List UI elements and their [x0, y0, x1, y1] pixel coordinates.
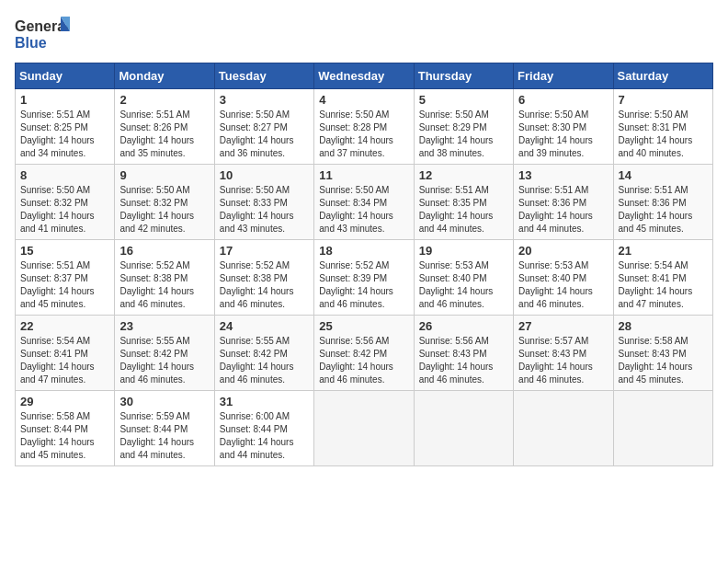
day-info: Sunrise: 5:58 AM Sunset: 8:43 PM Dayligh… [619, 335, 708, 386]
day-info: Sunrise: 5:51 AM Sunset: 8:26 PM Dayligh… [119, 109, 209, 160]
column-header-monday: Monday [115, 63, 214, 89]
week-row-4: 22Sunrise: 5:54 AM Sunset: 8:41 PM Dayli… [16, 316, 713, 391]
day-info: Sunrise: 5:51 AM Sunset: 8:35 PM Dayligh… [419, 184, 508, 236]
day-cell-5: 5Sunrise: 5:50 AM Sunset: 8:29 PM Daylig… [414, 89, 513, 165]
day-info: Sunrise: 5:51 AM Sunset: 8:36 PM Dayligh… [619, 184, 708, 236]
day-cell-4: 4Sunrise: 5:50 AM Sunset: 8:28 PM Daylig… [314, 89, 414, 165]
svg-text:Blue: Blue [15, 35, 47, 51]
day-cell-29: 29Sunrise: 5:58 AM Sunset: 8:44 PM Dayli… [16, 391, 115, 466]
day-number: 25 [319, 319, 408, 333]
column-header-wednesday: Wednesday [314, 63, 414, 89]
day-cell-11: 11Sunrise: 5:50 AM Sunset: 8:34 PM Dayli… [314, 165, 414, 240]
day-cell-21: 21Sunrise: 5:54 AM Sunset: 8:41 PM Dayli… [613, 240, 712, 316]
day-number: 28 [619, 319, 708, 333]
day-number: 21 [619, 244, 708, 258]
day-info: Sunrise: 5:51 AM Sunset: 8:25 PM Dayligh… [20, 109, 109, 160]
day-info: Sunrise: 5:56 AM Sunset: 8:43 PM Dayligh… [419, 335, 508, 386]
day-number: 30 [119, 395, 209, 408]
day-number: 26 [419, 319, 508, 333]
day-info: Sunrise: 5:57 AM Sunset: 8:43 PM Dayligh… [518, 335, 608, 386]
day-info: Sunrise: 5:51 AM Sunset: 8:37 PM Dayligh… [20, 259, 109, 311]
day-info: Sunrise: 5:50 AM Sunset: 8:28 PM Dayligh… [319, 109, 408, 160]
day-info: Sunrise: 5:50 AM Sunset: 8:32 PM Dayligh… [119, 184, 209, 236]
day-info: Sunrise: 6:00 AM Sunset: 8:44 PM Dayligh… [220, 410, 309, 462]
day-cell-22: 22Sunrise: 5:54 AM Sunset: 8:41 PM Dayli… [16, 316, 115, 391]
day-number: 17 [220, 244, 309, 258]
day-number: 22 [20, 319, 109, 333]
day-number: 10 [220, 168, 309, 182]
day-number: 20 [518, 244, 608, 258]
column-header-saturday: Saturday [613, 63, 712, 89]
day-info: Sunrise: 5:51 AM Sunset: 8:36 PM Dayligh… [518, 184, 608, 236]
day-cell-8: 8Sunrise: 5:50 AM Sunset: 8:32 PM Daylig… [16, 165, 115, 240]
day-info: Sunrise: 5:53 AM Sunset: 8:40 PM Dayligh… [419, 259, 508, 311]
logo-svg: GeneralBlue [15, 15, 70, 53]
day-number: 9 [119, 168, 209, 182]
day-info: Sunrise: 5:54 AM Sunset: 8:41 PM Dayligh… [619, 259, 708, 311]
day-cell-31: 31Sunrise: 6:00 AM Sunset: 8:44 PM Dayli… [214, 391, 313, 466]
day-number: 13 [518, 168, 608, 182]
column-header-thursday: Thursday [414, 63, 513, 89]
calendar-table: SundayMondayTuesdayWednesdayThursdayFrid… [15, 63, 713, 466]
day-cell-16: 16Sunrise: 5:52 AM Sunset: 8:38 PM Dayli… [115, 240, 214, 316]
day-info: Sunrise: 5:50 AM Sunset: 8:27 PM Dayligh… [220, 109, 309, 160]
day-info: Sunrise: 5:56 AM Sunset: 8:42 PM Dayligh… [319, 335, 408, 386]
day-info: Sunrise: 5:50 AM Sunset: 8:33 PM Dayligh… [220, 184, 309, 236]
week-row-1: 1Sunrise: 5:51 AM Sunset: 8:25 PM Daylig… [16, 89, 713, 165]
day-cell-3: 3Sunrise: 5:50 AM Sunset: 8:27 PM Daylig… [214, 89, 313, 165]
day-number: 1 [20, 93, 109, 107]
day-cell-20: 20Sunrise: 5:53 AM Sunset: 8:40 PM Dayli… [514, 240, 613, 316]
day-info: Sunrise: 5:53 AM Sunset: 8:40 PM Dayligh… [518, 259, 608, 311]
day-cell-10: 10Sunrise: 5:50 AM Sunset: 8:33 PM Dayli… [214, 165, 313, 240]
day-number: 6 [518, 93, 608, 107]
day-info: Sunrise: 5:55 AM Sunset: 8:42 PM Dayligh… [119, 335, 209, 386]
day-number: 29 [20, 395, 109, 408]
logo: GeneralBlue [15, 15, 70, 53]
week-row-3: 15Sunrise: 5:51 AM Sunset: 8:37 PM Dayli… [16, 240, 713, 316]
header-row: SundayMondayTuesdayWednesdayThursdayFrid… [16, 63, 713, 89]
day-cell-12: 12Sunrise: 5:51 AM Sunset: 8:35 PM Dayli… [414, 165, 513, 240]
day-cell-30: 30Sunrise: 5:59 AM Sunset: 8:44 PM Dayli… [115, 391, 214, 466]
day-number: 11 [319, 168, 408, 182]
day-number: 4 [319, 93, 408, 107]
day-info: Sunrise: 5:50 AM Sunset: 8:31 PM Dayligh… [619, 109, 708, 160]
column-header-tuesday: Tuesday [214, 63, 313, 89]
day-number: 14 [619, 168, 708, 182]
day-cell-19: 19Sunrise: 5:53 AM Sunset: 8:40 PM Dayli… [414, 240, 513, 316]
day-cell-6: 6Sunrise: 5:50 AM Sunset: 8:30 PM Daylig… [514, 89, 613, 165]
day-number: 18 [319, 244, 408, 258]
day-cell-23: 23Sunrise: 5:55 AM Sunset: 8:42 PM Dayli… [115, 316, 214, 391]
day-info: Sunrise: 5:55 AM Sunset: 8:42 PM Dayligh… [220, 335, 309, 386]
day-info: Sunrise: 5:50 AM Sunset: 8:34 PM Dayligh… [319, 184, 408, 236]
day-number: 31 [220, 395, 309, 408]
empty-cell [414, 391, 513, 466]
day-info: Sunrise: 5:52 AM Sunset: 8:38 PM Dayligh… [220, 259, 309, 311]
day-cell-1: 1Sunrise: 5:51 AM Sunset: 8:25 PM Daylig… [16, 89, 115, 165]
day-number: 23 [119, 319, 209, 333]
day-number: 15 [20, 244, 109, 258]
day-cell-26: 26Sunrise: 5:56 AM Sunset: 8:43 PM Dayli… [414, 316, 513, 391]
day-cell-14: 14Sunrise: 5:51 AM Sunset: 8:36 PM Dayli… [613, 165, 712, 240]
day-number: 19 [419, 244, 508, 258]
week-row-5: 29Sunrise: 5:58 AM Sunset: 8:44 PM Dayli… [16, 391, 713, 466]
day-number: 5 [419, 93, 508, 107]
week-row-2: 8Sunrise: 5:50 AM Sunset: 8:32 PM Daylig… [16, 165, 713, 240]
day-number: 24 [220, 319, 309, 333]
header: GeneralBlue [15, 15, 713, 53]
day-cell-2: 2Sunrise: 5:51 AM Sunset: 8:26 PM Daylig… [115, 89, 214, 165]
empty-cell [314, 391, 414, 466]
day-number: 16 [119, 244, 209, 258]
day-info: Sunrise: 5:50 AM Sunset: 8:30 PM Dayligh… [518, 109, 608, 160]
day-number: 8 [20, 168, 109, 182]
day-cell-24: 24Sunrise: 5:55 AM Sunset: 8:42 PM Dayli… [214, 316, 313, 391]
column-header-sunday: Sunday [16, 63, 115, 89]
day-info: Sunrise: 5:58 AM Sunset: 8:44 PM Dayligh… [20, 410, 109, 462]
day-number: 2 [119, 93, 209, 107]
empty-cell [613, 391, 712, 466]
day-number: 3 [220, 93, 309, 107]
day-number: 7 [619, 93, 708, 107]
day-cell-17: 17Sunrise: 5:52 AM Sunset: 8:38 PM Dayli… [214, 240, 313, 316]
day-cell-27: 27Sunrise: 5:57 AM Sunset: 8:43 PM Dayli… [514, 316, 613, 391]
day-info: Sunrise: 5:52 AM Sunset: 8:38 PM Dayligh… [119, 259, 209, 311]
day-info: Sunrise: 5:59 AM Sunset: 8:44 PM Dayligh… [119, 410, 209, 462]
